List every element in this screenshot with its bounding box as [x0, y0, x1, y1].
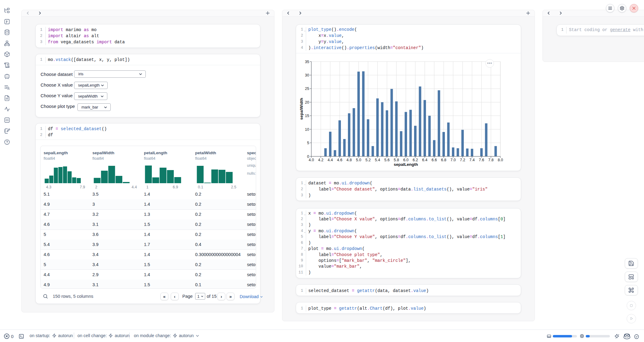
svg-text:15: 15: [305, 114, 309, 118]
svg-text:5.6: 5.6: [384, 158, 389, 162]
svg-text:25: 25: [305, 87, 309, 91]
svg-text:8.0: 8.0: [498, 158, 503, 162]
svg-text:6.8: 6.8: [441, 158, 446, 162]
svg-text:4.4: 4.4: [327, 158, 333, 162]
svg-text:30: 30: [305, 73, 309, 77]
svg-text:5.8: 5.8: [394, 158, 399, 162]
svg-text:7.2: 7.2: [460, 158, 465, 162]
svg-text:6.4: 6.4: [422, 158, 427, 162]
svg-text:sepalLength: sepalLength: [394, 162, 418, 167]
svg-text:5: 5: [307, 141, 309, 145]
svg-text:5.4: 5.4: [375, 158, 380, 162]
svg-text:5.2: 5.2: [365, 158, 370, 162]
svg-text:35: 35: [305, 60, 309, 64]
svg-text:7.8: 7.8: [488, 158, 493, 162]
svg-text:4.8: 4.8: [346, 158, 352, 162]
svg-text:0: 0: [307, 155, 309, 159]
svg-text:10: 10: [305, 127, 309, 132]
svg-text:4.2: 4.2: [318, 158, 323, 162]
svg-text:sepalWidth: sepalWidth: [299, 98, 304, 120]
svg-text:6.2: 6.2: [413, 158, 418, 162]
svg-text:7.6: 7.6: [479, 158, 484, 162]
svg-text:4.6: 4.6: [337, 158, 342, 162]
svg-text:4.0: 4.0: [309, 158, 314, 162]
svg-text:7.4: 7.4: [469, 158, 474, 162]
svg-text:6.6: 6.6: [431, 158, 437, 162]
svg-text:20: 20: [305, 100, 309, 105]
svg-text:6.0: 6.0: [403, 158, 408, 162]
svg-text:7.0: 7.0: [450, 158, 456, 162]
svg-text:5.0: 5.0: [356, 158, 361, 162]
